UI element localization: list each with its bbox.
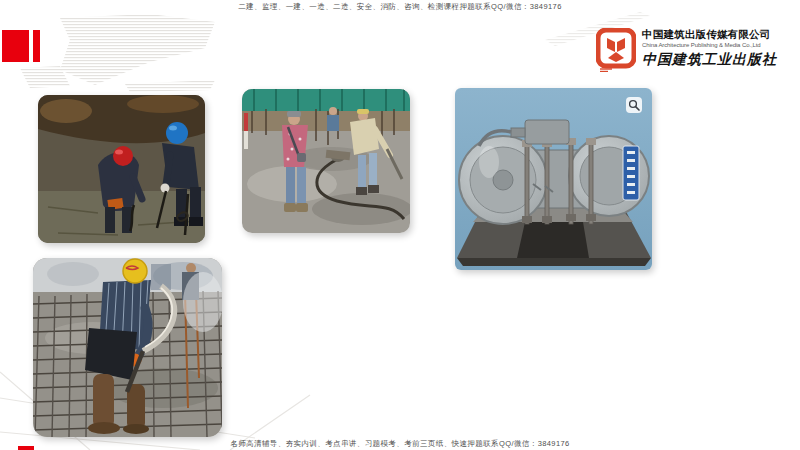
photo-night-concrete-vibrating [38, 95, 205, 243]
photo-rebar-mesh-vibrating [33, 258, 222, 437]
photo-concrete-vibrator-machine-image [455, 88, 652, 270]
photo-daytime-concrete-pour [242, 89, 410, 233]
bottom-watermark-text: 名师高清辅导、夯实内训、考点串讲、习题模考、考前三页纸、快速押题联系QQ/微信：… [0, 439, 800, 449]
photo-night-concrete-vibrating-image [38, 95, 205, 243]
publisher-logo-icon [596, 28, 636, 72]
red-accent-square [2, 30, 29, 62]
top-watermark-text: 二建、监理、一建、一造、二造、安全、消防、咨询、检测课程押题联系QQ/微信：38… [0, 2, 800, 12]
publisher-logo: 中国建筑出版传媒有限公司 China Architecture Publishi… [596, 28, 772, 76]
red-footer-mark [18, 446, 34, 450]
magnifier-icon [628, 99, 640, 111]
photo-concrete-vibrator-machine [455, 88, 652, 270]
photo-daytime-concrete-pour-image [242, 89, 410, 233]
slide-canvas: 二建、监理、一建、一造、二造、安全、消防、咨询、检测课程押题联系QQ/微信：38… [0, 0, 800, 450]
publisher-company-name-en: China Architecture Publishing & Media Co… [642, 41, 777, 49]
publisher-company-name-cn: 中国建筑出版传媒有限公司 [642, 28, 777, 41]
photo-rebar-mesh-vibrating-image [33, 258, 222, 437]
zoom-preview-button[interactable] [626, 97, 642, 113]
red-accent-bar [33, 30, 40, 62]
publisher-press-name: 中国建筑工业出版社 [642, 50, 777, 69]
